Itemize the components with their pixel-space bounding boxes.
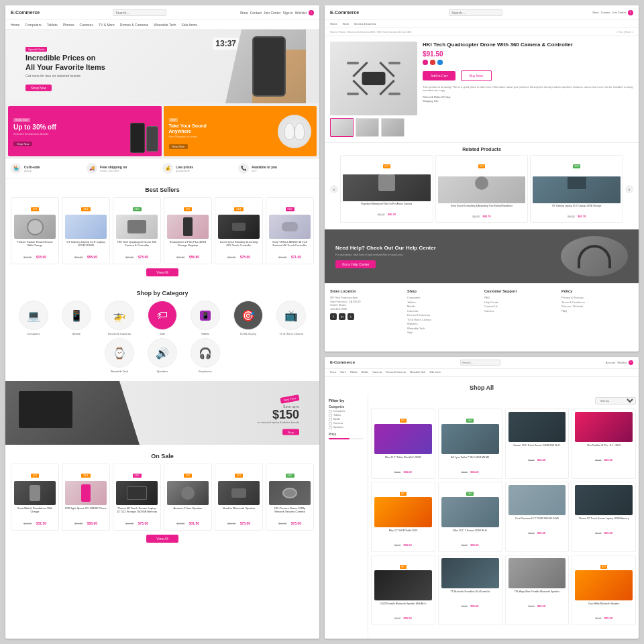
category-wearable[interactable]: ⌚ Wearable Tech (99, 338, 140, 373)
sub-nav-drones[interactable]: Drones & Cameras (120, 23, 149, 27)
footer-shop-tv[interactable]: TV & Home Cinema (407, 318, 479, 321)
related-next-arrow[interactable]: › (625, 185, 633, 193)
product-card-4[interactable]: HOT Smartphone 2 Plus Plus 32GB Storage … (164, 197, 212, 264)
on-sale-card-3[interactable]: NEW Theme 4K Touch Screen Laptop 15" 512… (113, 464, 161, 531)
category-computers[interactable]: 💻 Computers (13, 301, 54, 335)
thumb-2[interactable] (356, 118, 379, 137)
view-all-on-sale[interactable]: View All (146, 535, 178, 543)
grid-card-1[interactable]: HOT Bliss 11.5" Tablet Slim Wi-Fi 32GB $… (371, 409, 435, 479)
promo-2-btn[interactable]: Shop Now (169, 144, 188, 149)
laptop-shop-button[interactable]: Shop (282, 429, 299, 435)
product-detail-search[interactable] (449, 9, 502, 16)
p2-contact-link[interactable]: Contact (601, 11, 610, 14)
sa-sub-tablets[interactable]: Tablets (350, 371, 358, 374)
grid-card-3[interactable]: Hauser 15.6" Touch Screen 24GB SSD Wi-Fi… (505, 409, 570, 479)
filter-computers-cb[interactable] (329, 410, 332, 413)
footer-faq[interactable]: FAQ (484, 296, 556, 299)
category-mobile[interactable]: 📱 Mobile (56, 301, 97, 335)
signin-link[interactable]: Sign in (282, 11, 292, 15)
sub-nav-cameras[interactable]: Cameras (80, 23, 93, 27)
footer-shop-drones[interactable]: Drones & Cameras (407, 313, 479, 317)
grid-card-11[interactable]: TW Mega Ultra Portable Bluetooth Speaker… (505, 555, 570, 625)
cart-badge[interactable]: 1 (309, 10, 314, 15)
sa-sub-wearable[interactable]: Wearable Tech (410, 371, 425, 374)
product-card-2[interactable]: SALE GT Gaming Laptop 15.6" Laptop 16GB … (62, 197, 110, 264)
shop-all-search[interactable] (460, 360, 500, 366)
sub-nav-home[interactable]: Home (11, 23, 19, 27)
on-sale-card-1[interactable]: HOT SmartWatch Standalone With Charge $6… (11, 464, 59, 531)
on-sale-card-5[interactable]: HOT Numfixo Bluetooth Speaker $64.00 $75… (215, 464, 263, 531)
product-card-6[interactable]: NEW Sony VRIO-2-MiNGX 40 Inch External 4… (266, 197, 314, 264)
footer-privacy[interactable]: Privacy & Security (561, 296, 633, 299)
category-tablets[interactable]: 📱 Tablets (185, 301, 225, 335)
p2-store-link[interactable]: Store (592, 11, 599, 14)
related-card-1[interactable]: HOT Hopeland Waterproof Slim GoPro Actio… (340, 155, 433, 223)
grid-card-5[interactable]: HOT Bliss 11" 64GB Tablet 2019 $60.00 $3… (371, 482, 435, 552)
swatch-blue[interactable] (437, 60, 443, 65)
promo-banner-sound[interactable]: NEW! Take Your Sound Anywhere Free Shipp… (164, 106, 317, 156)
sa-sub-cameras[interactable]: Cameras (372, 371, 382, 374)
on-sale-card-6[interactable]: NEW HKI Camera Nexus 1080p Network Secur… (266, 464, 314, 531)
hero-shop-button[interactable]: Shop Now (25, 85, 52, 91)
on-sale-card-2[interactable]: SALE DWI light Space 5G 128GB Phone $64.… (62, 464, 110, 531)
promo-1-btn[interactable]: Shop Now (13, 142, 32, 146)
swatch-red[interactable] (430, 60, 435, 65)
filter-speakers[interactable]: Speakers (329, 426, 364, 429)
grid-card-8[interactable]: Theme 13" Touch Screen Laptop 12GB Memor… (572, 482, 636, 552)
contact-link[interactable]: Contact (250, 11, 262, 15)
sort-select[interactable]: Sort by Price: Low to High Price: High t… (595, 397, 636, 405)
twitter-icon[interactable]: t (347, 313, 354, 320)
related-card-2[interactable]: HOT Sony Sound Consulting & Activating T… (435, 155, 529, 223)
add-to-cart-button[interactable]: Add to Cart (423, 71, 455, 80)
p2-sub-home[interactable]: Home (330, 22, 337, 25)
grid-card-12[interactable]: HOT Zuvio Mika Bluetooth Speaker $60.00 … (572, 555, 636, 625)
sa-sub-home[interactable]: Home (330, 371, 336, 374)
search-input[interactable] (113, 9, 166, 16)
filter-tablets[interactable]: Tablets (329, 414, 364, 417)
category-sale[interactable]: 🏷 Sale (142, 301, 182, 335)
footer-shop-computers[interactable]: Computers (407, 296, 479, 299)
filter-tablets-cb[interactable] (329, 414, 332, 417)
return-policy-link[interactable]: Return & Refund Policy (423, 95, 633, 99)
sub-nav-tablets[interactable]: Tablets (47, 23, 58, 27)
category-drones[interactable]: 🚁 Drones & Cameras (99, 301, 140, 335)
filter-mobile[interactable]: Mobile (329, 418, 364, 421)
sub-nav-sale[interactable]: Sale Items (182, 23, 198, 27)
related-card-3[interactable]: NEW GT Gaming Laptop 15.6" Laptop 16GB S… (530, 155, 623, 223)
footer-shop-sale[interactable]: Sale (407, 331, 479, 334)
footer-shop-watches[interactable]: Watches (407, 322, 479, 325)
sa-sub-store[interactable]: Store (340, 371, 345, 374)
footer-careers[interactable]: Careers (484, 309, 556, 313)
thumb-1[interactable] (330, 118, 354, 137)
store-link[interactable]: Store (240, 11, 248, 15)
sub-nav-wearable[interactable]: Wearable Tech (154, 23, 176, 27)
product-card-1[interactable]: HOT Fitness Tracker Round Device With Ch… (11, 197, 59, 264)
grid-card-9[interactable]: HOT LG43 Portable Bluetooth Speaker With… (371, 555, 435, 625)
grid-card-6[interactable]: SALE Bliss 10.1" 2 Screen 32GB Wi-Fi $60… (438, 482, 502, 552)
footer-shop-mobile[interactable]: Mobile (407, 305, 479, 308)
category-tv[interactable]: 📺 TV & Home Cinema (271, 301, 311, 335)
help-center-button[interactable]: Go to Help Center (335, 260, 376, 268)
price-range-track[interactable] (329, 438, 364, 439)
sa-sub-mobile[interactable]: Mobile (362, 371, 368, 374)
grid-card-2[interactable]: SALE AC Lynx Tablet 7" Wi-Fi 8GB M8-M9 $… (438, 409, 502, 479)
facebook-icon[interactable]: f (330, 313, 337, 320)
shop-all-cart-badge[interactable]: 1 (629, 360, 633, 365)
p2-cart-badge[interactable]: 1 (628, 10, 633, 15)
sub-nav-tv[interactable]: TV & More (99, 23, 115, 27)
grid-card-7[interactable]: Core Premium 12.3" 32GB SSD Wi-Fi M9 $60… (505, 482, 570, 552)
swatch-pink[interactable] (423, 60, 428, 65)
filter-computers[interactable]: Computers (329, 410, 364, 413)
grid-card-4[interactable]: Flex Taskbar 11 Pro - 8.1 - 2019 $60.00 … (572, 409, 636, 479)
promo-banner-phones[interactable]: Holiday Deals Up to 30% off Selected Sma… (8, 106, 162, 156)
footer-help-center[interactable]: Help Center (484, 301, 556, 304)
product-card-3[interactable]: NEW HKI Tech Quadcopter Drone 360 Camera… (113, 197, 161, 264)
shop-all-wishlist[interactable]: Wishlist (617, 361, 627, 364)
footer-shop-wearable[interactable]: Wearable Tech (407, 327, 479, 330)
p2-join-link[interactable]: Join Center (612, 11, 626, 14)
footer-contact[interactable]: Contact Us (484, 305, 556, 308)
shipping-info-link[interactable]: Shipping Info (423, 99, 633, 103)
footer-terms[interactable]: Terms & Conditions (561, 301, 633, 304)
category-speakers[interactable]: 🔊 Speakers (142, 338, 182, 373)
p2-sub-store[interactable]: Store (343, 22, 350, 25)
